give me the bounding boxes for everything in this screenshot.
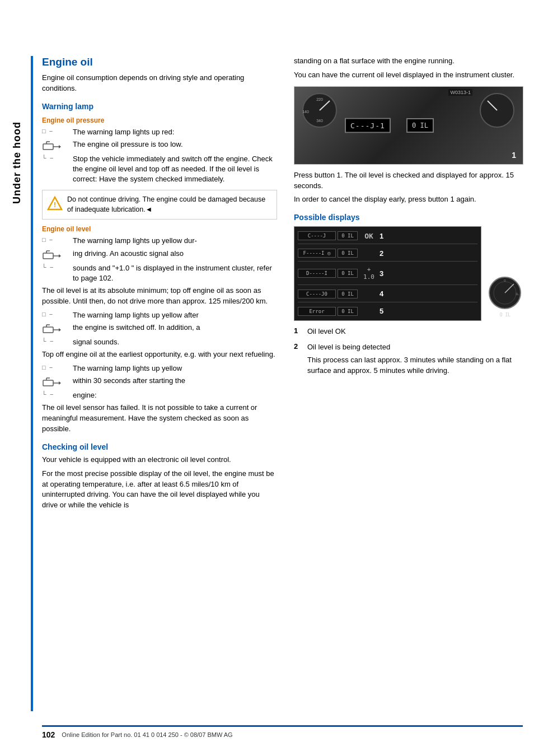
display-num-5: 5 [380, 307, 383, 315]
oil-level-para2: Top off engine oil at the earliest oppor… [42, 349, 277, 360]
right-column: standing on a flat surface with the engi… [294, 56, 523, 514]
checking-oil-heading: Checking oil level [42, 442, 277, 451]
warning-lamp-heading: Warning lamp [42, 102, 277, 111]
main-content: Engine oil Engine oil consumption depend… [42, 56, 523, 514]
sidebar-accent-bar [31, 56, 33, 711]
oil-level-icon-2 [42, 323, 62, 335]
svg-text:1L: 1L [516, 292, 519, 296]
oil-level2-text-3: signal sounds. [73, 337, 277, 347]
svg-marker-14 [59, 328, 61, 332]
oil-level-heading: Engine oil level [42, 225, 277, 233]
warning-triangle-icon: ! [47, 196, 63, 212]
display-row-5: Error 0 IL 5 [298, 307, 477, 316]
oil-level-icon-3 [42, 376, 62, 388]
num-1-content: Oil level OK [307, 326, 346, 337]
footer-copyright: Online Edition for Part no. 01 41 0 014 … [62, 731, 232, 738]
oil-pressure-heading: Engine oil pressure [42, 116, 277, 124]
svg-rect-0 [43, 144, 53, 150]
button-1-label: 1 [512, 151, 516, 160]
svg-marker-19 [59, 381, 61, 385]
svg-marker-9 [59, 254, 61, 258]
svg-text:220: 220 [316, 97, 323, 101]
svg-rect-17 [43, 380, 53, 386]
numbered-item-1: 1 Oil level OK [294, 326, 523, 337]
svg-text:140: 140 [302, 110, 309, 114]
oil-level-row-3: └ − sounds and "+1.0 " is displayed in t… [42, 263, 277, 283]
display-screen-4: C----J0 [298, 290, 336, 298]
inst-display-screen: C---J-1 [345, 118, 391, 133]
checking-oil-para1: Your vehicle is equipped with an electro… [42, 455, 277, 465]
page-number: 102 [42, 730, 55, 739]
display-screen-3: D-----I [298, 269, 336, 278]
gauge-label: O IL [487, 312, 523, 318]
display-num-1: 1 [380, 232, 383, 240]
possible-displays-heading: Possible displays [294, 213, 523, 222]
oil-level-row-2: ing driving. An acoustic signal also [42, 249, 277, 261]
num-2: 2 [294, 342, 303, 380]
oil-pressure-icon-2 [42, 139, 73, 152]
warning-box: ! Do not continue driving. The engine co… [42, 190, 277, 220]
oil-pressure-row-2: The engine oil pressure is too low. [42, 139, 277, 152]
display-center-3: +1.0 [360, 266, 377, 281]
numbered-list: 1 Oil level OK 2 Oil level is being dete… [294, 326, 523, 380]
display-oil-2: 0 IL [338, 249, 358, 258]
right-para1: standing on a flat surface with the engi… [294, 56, 523, 67]
oil-level2-row-1: □ − The warning lamp lights up yellow af… [42, 310, 277, 320]
display-oil-5: 0 IL [338, 307, 358, 316]
display-oil-3: 0 IL [338, 269, 358, 278]
sidebar: Under the hood [0, 67, 34, 258]
svg-rect-12 [43, 327, 53, 333]
oil-level-text-1: The warning lamp lights up yellow dur- [73, 236, 277, 246]
oil-pressure-text-2: The engine oil pressure is too low. [73, 139, 277, 150]
oil-level2-text-2: the engine is switched off. In addition,… [73, 323, 277, 333]
left-column: Engine oil Engine oil consumption depend… [42, 56, 277, 514]
warning-text: Do not continue driving. The engine coul… [67, 195, 272, 214]
speed-gauge [476, 90, 518, 132]
mini-gauge-col: 0 1L O IL [487, 226, 523, 320]
svg-marker-2 [59, 145, 61, 148]
two-column-layout: Engine oil Engine oil consumption depend… [42, 56, 523, 514]
num-1: 1 [294, 326, 303, 337]
display-screen-5: Error [298, 307, 336, 316]
sidebar-label: Under the hood [11, 122, 23, 204]
display-oil-4: 0 IL [338, 290, 358, 298]
display-num-3: 3 [380, 269, 383, 278]
oil-pressure-row-3: └ − Stop the vehicle immediately and swi… [42, 154, 277, 185]
instrument-cluster-image: 220 340 140 C---J-1 0 IL 1 [294, 86, 523, 165]
display-row-1: C----J 0 IL OK 1 [298, 231, 477, 244]
inst-oil-display: 0 IL [406, 118, 434, 133]
oil-can-icon [42, 139, 62, 152]
right-para2: You can have the current oil level displ… [294, 70, 523, 81]
display-row-3: D-----I 0 IL +1.0 3 [298, 266, 477, 284]
mini-speedometer: 0 1L [487, 275, 523, 311]
oil-pressure-icon-1: □ − [42, 127, 73, 136]
press-button-para: Press button 1. The oil level is checked… [294, 170, 523, 192]
display-screen-1: C----J [298, 231, 336, 240]
oil-level-text-2: ing driving. An acoustic signal also [73, 249, 277, 259]
oil-level-row-1: □ − The warning lamp lights up yellow du… [42, 236, 277, 246]
display-row-4: C----J0 0 IL 4 [298, 290, 477, 302]
oil-level2-row-3: └ − signal sounds. [42, 337, 277, 347]
oil-level3-row-1: □ − The warning lamp lights up yellow [42, 363, 277, 374]
checking-oil-para2: For the most precise possible display of… [42, 469, 277, 511]
oil-pressure-text-3: Stop the vehicle immediately and switch … [73, 154, 277, 185]
oil-level-icon-1 [42, 249, 62, 261]
oil-level3-row-3: └ − engine: [42, 390, 277, 400]
intro-text: Engine oil consumption depends on drivin… [42, 73, 277, 94]
display-oil-1: 0 IL [338, 231, 358, 240]
oil-level-para3: The oil level sensor has failed. It is n… [42, 403, 277, 435]
display-num-2: 2 [380, 249, 383, 258]
possible-displays-panel: C----J 0 IL OK 1 F-----I ◎ 0 IL 2 D-- [294, 226, 523, 320]
oil-level3-text-3: engine: [73, 390, 277, 400]
oil-pressure-row-1: □ − The warning lamp lights up red: [42, 127, 277, 137]
rpm-gauge: 220 340 140 [299, 90, 341, 132]
displays-screens: C----J 0 IL OK 1 F-----I ◎ 0 IL 2 D-- [294, 226, 481, 320]
oil-level2-text-1: The warning lamp lights up yellow after [73, 310, 277, 320]
photo-id: W0313-1 [448, 89, 472, 96]
numbered-item-2: 2 Oil level is being detected This proce… [294, 342, 523, 380]
cancel-para: In order to cancel the display early, pr… [294, 194, 523, 205]
oil-pressure-text-1: The warning lamp lights up red: [73, 127, 277, 137]
oil-level2-row-2: the engine is switched off. In addition,… [42, 323, 277, 335]
oil-level3-text-2: within 30 seconds after starting the [73, 376, 277, 386]
oil-level3-row-2: within 30 seconds after starting the [42, 376, 277, 388]
